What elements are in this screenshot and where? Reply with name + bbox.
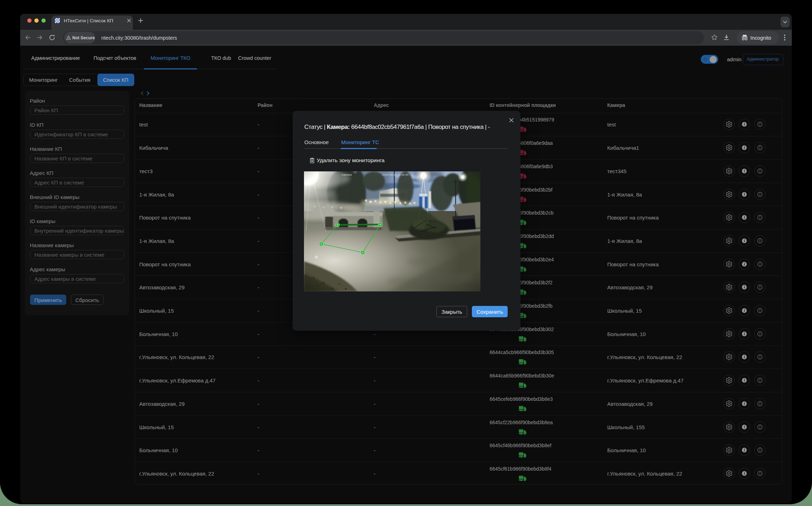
svg-text:2024-08-15 21:52:00: 2024-08-15 21:52:00: [382, 173, 409, 176]
svg-text:Camera: Camera: [342, 173, 352, 176]
